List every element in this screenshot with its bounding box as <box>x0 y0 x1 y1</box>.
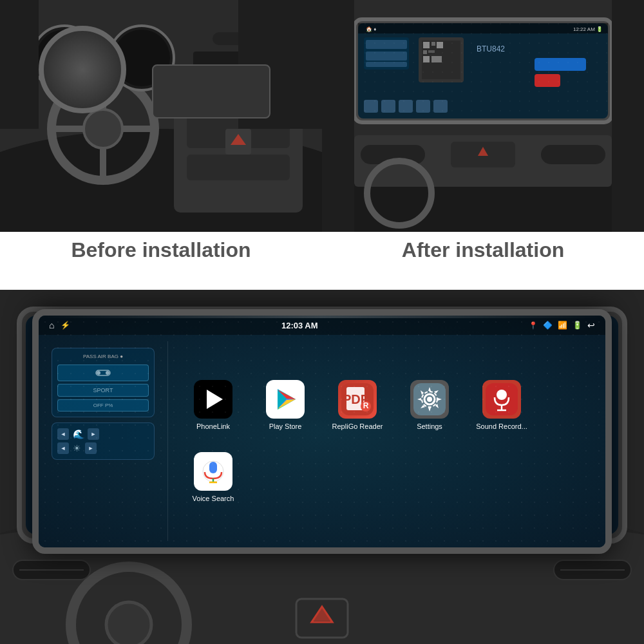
nav-right-1[interactable]: ► <box>88 428 99 440</box>
status-bar: ⌂ ⚡ 12:03 AM 📍 🔷 📶 🔋 ↩ <box>39 316 605 335</box>
bluetooth-icon: 🔷 <box>543 321 553 330</box>
svg-rect-21 <box>238 0 322 129</box>
phonelink-icon-image <box>194 380 232 419</box>
svg-text:R: R <box>363 401 369 410</box>
soundrecord-icon-image <box>482 380 521 419</box>
panel-divider <box>167 341 168 541</box>
usb-icon: ⚡ <box>61 321 70 330</box>
nav-controls: ◄ 🌊 ► ◄ ☀ ► <box>52 422 155 460</box>
soundrecord-label: Sound Record... <box>476 422 527 430</box>
svg-rect-51 <box>358 23 608 118</box>
home-icon: ⌂ <box>49 320 54 330</box>
off-p-button[interactable]: OFF P% <box>57 399 149 412</box>
car-screen: ⌂ ⚡ 12:03 AM 📍 🔷 📶 🔋 ↩ PASS AIR BAG ● <box>32 309 612 554</box>
wave-icon: 🌊 <box>73 429 84 439</box>
app-row-2: Voice Search <box>181 445 592 509</box>
voicesearch-icon-image <box>194 452 232 491</box>
car-control-button1[interactable] <box>57 365 149 381</box>
svg-point-12 <box>113 30 170 86</box>
repligo-label: RepliGo Reader <box>332 422 383 430</box>
nav-left-1[interactable]: ◄ <box>57 428 69 440</box>
svg-rect-15 <box>187 155 290 180</box>
svg-point-75 <box>97 371 100 375</box>
nav-row-1: ◄ 🌊 ► <box>57 428 149 440</box>
status-time: 12:03 AM <box>281 321 318 330</box>
app-grid: PhoneLink <box>175 341 599 541</box>
airbag-control-box: PASS AIR BAG ● SPORT OFF P% <box>52 348 155 417</box>
before-label: Before installation <box>71 238 251 262</box>
before-photo: km/h <box>0 0 322 232</box>
svg-point-87 <box>427 397 432 402</box>
soundrecord-app-icon[interactable]: Sound Record... <box>469 373 534 437</box>
airbag-label: PASS AIR BAG ● <box>57 354 149 359</box>
svg-point-3 <box>84 109 122 148</box>
before-panel: km/h Before installation <box>0 0 322 290</box>
nav-row-2: ◄ ☀ ► <box>57 442 149 454</box>
voicesearch-label: Voice Search <box>193 495 234 502</box>
location-icon: 📍 <box>529 321 538 330</box>
settings-icon-image <box>410 380 449 419</box>
nav-left-2[interactable]: ◄ <box>57 442 69 454</box>
phonelink-app-icon[interactable]: PhoneLink <box>181 373 245 437</box>
svg-rect-59 <box>612 0 644 232</box>
after-photo: 🏠 ♦ 12:22 AM 🔋 BTU842 <box>322 0 644 232</box>
left-panel: PASS AIR BAG ● SPORT OFF P% <box>45 341 161 541</box>
after-label: After installation <box>402 238 564 262</box>
svg-text:km/h: km/h <box>57 55 71 62</box>
svg-rect-58 <box>322 0 354 232</box>
wifi-icon: 📶 <box>558 321 567 330</box>
svg-rect-54 <box>541 145 605 164</box>
screen-main: PASS AIR BAG ● SPORT OFF P% <box>39 335 605 547</box>
battery-icon: 🔋 <box>573 321 582 330</box>
svg-point-8 <box>32 26 97 90</box>
svg-point-64 <box>106 602 151 644</box>
after-panel: 🏠 ♦ 12:22 AM 🔋 BTU842 <box>322 0 644 290</box>
playstore-app-icon[interactable]: Play Store <box>253 373 317 437</box>
app-row-1: PhoneLink <box>181 373 592 437</box>
repligo-app-icon[interactable]: PDF R RepliGo Reader <box>325 373 390 437</box>
settings-app-icon[interactable]: Settings <box>397 373 462 437</box>
svg-point-76 <box>106 371 109 375</box>
repligo-icon-image: PDF R <box>338 380 377 419</box>
status-left: ⌂ ⚡ <box>49 320 70 330</box>
bottom-section: ⌂ ⚡ 12:03 AM 📍 🔷 📶 🔋 ↩ PASS AIR BAG ● <box>0 290 644 644</box>
svg-point-9 <box>36 30 93 86</box>
sport-button[interactable]: SPORT <box>57 384 149 397</box>
light-icon: ☀ <box>73 443 81 453</box>
svg-rect-20 <box>0 0 39 129</box>
playstore-label: Play Store <box>269 422 302 430</box>
back-icon: ↩ <box>587 320 595 330</box>
top-comparison-section: km/h Before installation <box>0 0 644 290</box>
settings-label: Settings <box>417 422 442 430</box>
playstore-icon-image <box>266 380 305 419</box>
svg-rect-95 <box>209 462 217 473</box>
status-right: 📍 🔷 📶 🔋 ↩ <box>529 320 595 330</box>
nav-right-2[interactable]: ► <box>85 442 97 454</box>
svg-point-90 <box>497 390 507 400</box>
phonelink-label: PhoneLink <box>196 422 230 430</box>
voicesearch-app-icon[interactable]: Voice Search <box>181 445 245 509</box>
